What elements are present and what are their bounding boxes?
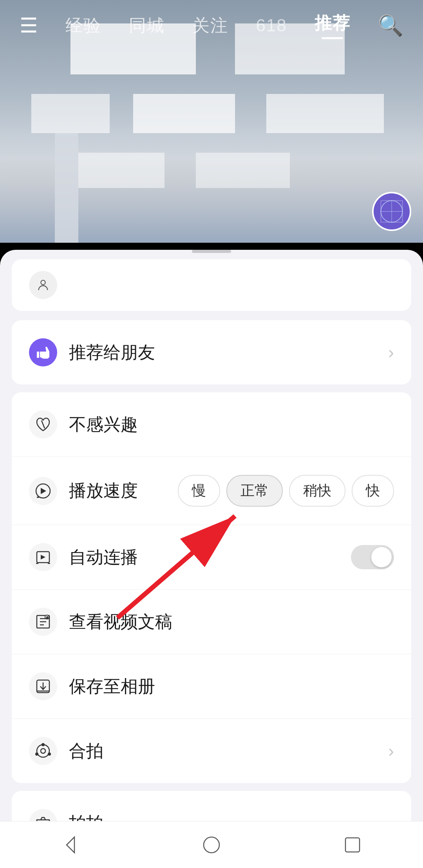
collab-label: 合拍 [69, 740, 388, 763]
svg-point-17 [37, 745, 49, 757]
auto-play-item[interactable]: 自动连播 [12, 525, 411, 590]
transcript-label: 查看视频文稿 [69, 610, 394, 633]
thumbs-up-icon [29, 338, 57, 366]
sheet-handle [192, 250, 231, 253]
svg-point-5 [41, 280, 45, 285]
speed-normal[interactable]: 正常 [226, 475, 283, 507]
nav-local[interactable]: 同城 [129, 14, 165, 37]
playback-speed-item[interactable]: 播放速度 慢 正常 稍快 快 [12, 457, 411, 525]
nav-experience[interactable]: 经验 [65, 14, 101, 37]
download-icon [29, 672, 57, 700]
collab-icon [29, 737, 57, 765]
autoplay-icon [29, 543, 57, 571]
no-interest-label: 不感兴趣 [69, 413, 394, 436]
transcript-icon: A [29, 608, 57, 636]
auto-play-label: 自动连播 [69, 546, 351, 569]
speed-slow[interactable]: 慢 [178, 475, 220, 507]
collab-arrow: › [388, 741, 394, 761]
nav-follow[interactable]: 关注 [192, 14, 228, 37]
svg-point-19 [42, 743, 45, 746]
nav-618[interactable]: 618 [256, 16, 287, 35]
back-button[interactable] [51, 829, 90, 861]
bottom-sheet: 推荐给朋友 › 不感兴趣 播放速度 [0, 250, 423, 868]
play-speed-icon [29, 477, 57, 505]
avatar[interactable] [372, 192, 411, 231]
heart-broken-icon [29, 410, 57, 439]
save-album-label: 保存至相册 [69, 675, 394, 698]
speed-slightly-fast[interactable]: 稍快 [289, 475, 345, 507]
recent-button[interactable] [333, 829, 372, 861]
recommend-card: 推荐给朋友 › [12, 320, 411, 384]
svg-rect-27 [345, 838, 360, 852]
view-transcript-item[interactable]: A 查看视频文稿 [12, 590, 411, 654]
recommend-arrow: › [388, 343, 394, 362]
svg-point-21 [35, 753, 38, 756]
top-navigation: ☰ 经验 同城 关注 618 推荐 🔍 [0, 0, 423, 47]
speed-fast[interactable]: 快 [352, 475, 394, 507]
auto-play-toggle[interactable] [351, 545, 394, 569]
toggle-knob [371, 547, 392, 567]
bottom-navigation [0, 821, 423, 868]
svg-marker-25 [67, 837, 74, 853]
svg-point-18 [41, 749, 45, 753]
playback-speed-label: 播放速度 [69, 479, 178, 502]
svg-line-6 [42, 420, 45, 428]
svg-point-26 [204, 837, 219, 853]
save-album-item[interactable]: 保存至相册 [12, 654, 411, 719]
svg-text:A: A [46, 616, 48, 619]
top-partial-item [12, 259, 411, 311]
nav-recommend[interactable]: 推荐 [315, 12, 351, 39]
home-button[interactable] [192, 829, 231, 861]
speed-options: 慢 正常 稍快 快 [178, 475, 394, 507]
recommend-friend-item[interactable]: 推荐给朋友 › [12, 320, 411, 384]
settings-card: 不感兴趣 播放速度 慢 正常 稍快 快 [12, 392, 411, 783]
svg-point-20 [48, 753, 51, 756]
recommend-label: 推荐给朋友 [69, 341, 388, 364]
collab-item[interactable]: 合拍 › [12, 719, 411, 783]
search-icon[interactable]: 🔍 [378, 14, 403, 38]
menu-icon[interactable]: ☰ [20, 14, 38, 37]
no-interest-item[interactable]: 不感兴趣 [12, 392, 411, 457]
